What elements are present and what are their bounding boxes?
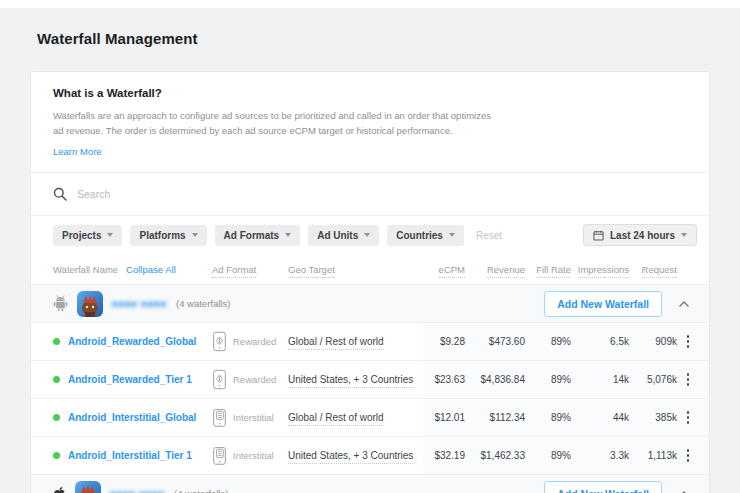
app-group: ■■■■ ■■■■ (4 waterfalls) Add New Waterfa…: [31, 284, 709, 474]
col-request[interactable]: Request: [642, 264, 677, 278]
filter-platforms[interactable]: Platforms: [130, 225, 206, 246]
revenue-value: $473.60: [465, 336, 525, 347]
waterfall-row: Android_Interstitial_Global Interstitial…: [31, 398, 709, 436]
ecpm-value: $23.63: [421, 374, 465, 385]
ad-format-label: Interstitial: [233, 412, 274, 423]
add-new-waterfall-button[interactable]: Add New Waterfall: [544, 481, 662, 493]
ecpm-value: $32.19: [421, 450, 465, 461]
interstitial-icon: [212, 407, 227, 428]
waterfall-card: What is a Waterfall? Waterfalls are an a…: [30, 71, 710, 493]
ad-format-label: Rewarded: [233, 374, 276, 385]
filter-projects-label: Projects: [62, 230, 101, 241]
row-menu-button[interactable]: [677, 369, 699, 390]
status-dot: [53, 338, 60, 345]
request-value: 5,076k: [629, 374, 677, 385]
top-strip: [0, 0, 740, 8]
col-fill-rate[interactable]: Fill Rate: [536, 264, 571, 278]
waterfall-count: (4 waterfalls): [174, 488, 228, 493]
fill-rate-value: 89%: [525, 336, 571, 347]
filter-countries[interactable]: Countries: [387, 225, 464, 246]
col-revenue[interactable]: Revenue: [487, 264, 525, 278]
chevron-down-icon: [285, 233, 291, 237]
chevron-down-icon: [364, 233, 370, 237]
filter-bar: Projects Platforms Ad Formats Ad Units C…: [31, 216, 709, 254]
geo-target-value[interactable]: United States, + 3 Countries: [288, 450, 413, 464]
col-geo-target[interactable]: Geo Target: [288, 264, 335, 278]
geo-target-value[interactable]: Global / Rest of world: [288, 412, 384, 426]
geo-target-value[interactable]: Global / Rest of world: [288, 336, 384, 350]
request-value: 909k: [629, 336, 677, 347]
reset-filters-button[interactable]: Reset: [476, 230, 502, 241]
col-waterfall-name: Waterfall Name: [53, 264, 118, 275]
interstitial-icon: [212, 445, 227, 466]
search-input[interactable]: [77, 188, 687, 200]
waterfall-row: Android_Interstitial_Tier 1 Interstitial…: [31, 436, 709, 474]
chevron-down-icon: [449, 233, 455, 237]
app-group-header: ■■■■ ■■■■ (4 waterfalls) Add New Waterfa…: [31, 284, 709, 322]
calendar-icon: [593, 230, 604, 241]
revenue-value: $112.34: [465, 412, 525, 423]
filter-ad-formats[interactable]: Ad Formats: [215, 225, 301, 246]
waterfall-name-link[interactable]: Android_Rewarded_Global: [68, 336, 196, 347]
add-new-waterfall-button[interactable]: Add New Waterfall: [544, 291, 662, 317]
apple-icon: [53, 486, 66, 493]
ecpm-value: $12.01: [421, 412, 465, 423]
row-menu-button[interactable]: [677, 331, 699, 352]
app-group-header: ■■■■ ■■■■ (4 waterfalls) Add New Waterfa…: [31, 474, 709, 493]
waterfall-row: Android_Rewarded_Global Rewarded Global …: [31, 322, 709, 360]
filter-ad-formats-label: Ad Formats: [224, 230, 280, 241]
impressions-value: 6.5k: [571, 336, 629, 347]
waterfall-name-link[interactable]: Android_Interstitial_Tier 1: [68, 450, 192, 461]
date-range-selector[interactable]: Last 24 hours: [583, 224, 697, 246]
col-ecpm[interactable]: eCPM: [439, 264, 465, 278]
filter-countries-label: Countries: [396, 230, 443, 241]
request-value: 385k: [629, 412, 677, 423]
fill-rate-value: 89%: [525, 450, 571, 461]
chevron-up-icon: [679, 301, 689, 307]
waterfall-name-link[interactable]: Android_Interstitial_Global: [68, 412, 196, 423]
row-menu-button[interactable]: [677, 407, 699, 428]
search-icon: [53, 187, 67, 201]
request-value: 1,113k: [629, 450, 677, 461]
waterfall-row: Android_Rewarded_Tier 1 Rewarded United …: [31, 360, 709, 398]
status-dot: [53, 414, 60, 421]
revenue-value: $1,462.33: [465, 450, 525, 461]
date-range-label: Last 24 hours: [610, 230, 675, 241]
ad-format-label: Rewarded: [233, 336, 276, 347]
info-heading: What is a Waterfall?: [53, 87, 687, 99]
info-description: Waterfalls are an approach to configure …: [53, 108, 495, 138]
table-header: Waterfall Name Collpase All Ad Format Ge…: [31, 254, 709, 284]
ecpm-value: $9.28: [421, 336, 465, 347]
fill-rate-value: 89%: [525, 374, 571, 385]
collapse-group-button[interactable]: [671, 301, 697, 307]
app-icon: [77, 291, 103, 317]
android-icon: [53, 295, 68, 312]
rewarded-icon: [212, 331, 227, 352]
waterfall-groups: ■■■■ ■■■■ (4 waterfalls) Add New Waterfa…: [31, 284, 709, 493]
row-menu-button[interactable]: [677, 445, 699, 466]
status-dot: [53, 376, 60, 383]
geo-target-value[interactable]: United States, + 3 Countries: [288, 374, 413, 388]
collapse-all-link[interactable]: Collpase All: [126, 264, 176, 275]
status-dot: [53, 452, 60, 459]
filter-platforms-label: Platforms: [139, 230, 185, 241]
filter-ad-units-label: Ad Units: [317, 230, 358, 241]
impressions-value: 3.3k: [571, 450, 629, 461]
col-ad-format[interactable]: Ad Format: [212, 264, 256, 278]
col-impressions[interactable]: Impressions: [578, 264, 629, 278]
waterfall-name-link[interactable]: Android_Rewarded_Tier 1: [68, 374, 192, 385]
impressions-value: 44k: [571, 412, 629, 423]
chevron-down-icon: [681, 233, 687, 237]
group-rows: Android_Rewarded_Global Rewarded Global …: [31, 322, 709, 474]
learn-more-link[interactable]: Learn More: [53, 146, 102, 157]
chevron-down-icon: [107, 233, 113, 237]
filter-projects[interactable]: Projects: [53, 225, 122, 246]
ad-format-label: Interstitial: [233, 450, 274, 461]
filter-ad-units[interactable]: Ad Units: [308, 225, 379, 246]
app-icon: [75, 481, 101, 493]
chevron-down-icon: [192, 233, 198, 237]
impressions-value: 14k: [571, 374, 629, 385]
revenue-value: $4,836.84: [465, 374, 525, 385]
app-name-redacted: ■■■■ ■■■■: [112, 299, 167, 309]
search-bar: [31, 173, 709, 215]
